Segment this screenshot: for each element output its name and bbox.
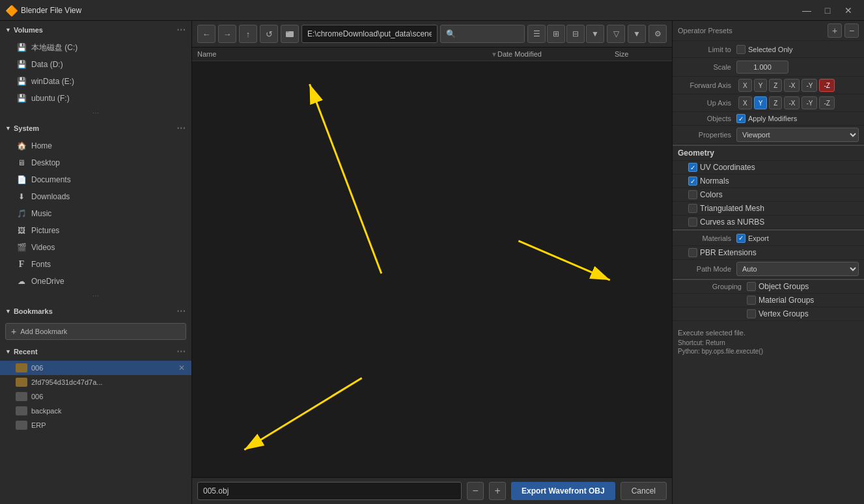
recent-item-label: ERP bbox=[31, 421, 46, 429]
search-bar[interactable]: 🔍 bbox=[440, 25, 525, 43]
new-folder-button[interactable] bbox=[281, 25, 299, 43]
scale-label: Scale bbox=[678, 63, 736, 71]
colors-checkbox[interactable] bbox=[688, 190, 697, 199]
recent-item-erp[interactable]: ERP bbox=[0, 418, 191, 432]
add-bookmark-button[interactable]: + Add Bookmark bbox=[5, 323, 186, 340]
sidebar-item-videos[interactable]: 🎬 Videos bbox=[0, 239, 191, 256]
forward-y-button[interactable]: Y bbox=[754, 79, 768, 92]
filter-dropdown[interactable]: ▼ bbox=[628, 25, 646, 43]
settings-button[interactable]: ⚙ bbox=[648, 25, 667, 43]
system-more[interactable]: ⋯ bbox=[0, 290, 191, 302]
sidebar-item-onedrive[interactable]: ☁ OneDrive bbox=[0, 273, 191, 290]
scale-input[interactable] bbox=[736, 61, 788, 74]
export-button[interactable]: Export Wavefront OBJ bbox=[511, 482, 615, 500]
materials-label: Materials bbox=[678, 234, 736, 242]
pbr-extensions-row: PBR Extensions bbox=[673, 246, 864, 260]
sidebar-item-desktop[interactable]: 🖥 Desktop bbox=[0, 154, 191, 171]
up-x-button[interactable]: X bbox=[738, 96, 752, 109]
close-recent-icon[interactable]: ✕ bbox=[177, 363, 186, 372]
sidebar-item-label: OneDrive bbox=[31, 277, 64, 286]
up-axis-row: Up Axis X Y Z -X -Y -Z bbox=[673, 94, 864, 112]
vertex-groups-checkbox[interactable] bbox=[747, 309, 756, 318]
sidebar-item-e[interactable]: 💾 winData (E:) bbox=[0, 73, 191, 90]
view-dropdown[interactable]: ▼ bbox=[586, 25, 604, 43]
folder-icon bbox=[16, 392, 27, 401]
geometry-section-header: Geometry bbox=[673, 145, 864, 161]
normals-checkbox[interactable]: ✓ bbox=[688, 176, 697, 186]
cancel-button[interactable]: Cancel bbox=[620, 482, 667, 500]
volumes-chevron: ▼ bbox=[5, 27, 11, 33]
material-groups-checkbox[interactable] bbox=[747, 296, 756, 305]
path-mode-dropdown[interactable]: Auto bbox=[736, 262, 859, 276]
recent-item-backpack[interactable]: backpack bbox=[0, 404, 191, 418]
up-neg-x-button[interactable]: -X bbox=[784, 96, 800, 109]
sidebar-item-f[interactable]: 💾 ubuntu (F:) bbox=[0, 90, 191, 107]
forward-neg-x-button[interactable]: -X bbox=[784, 79, 800, 92]
properties-dropdown[interactable]: Viewport bbox=[736, 128, 859, 142]
path-mode-row: Path Mode Auto bbox=[673, 260, 864, 279]
folder-icon bbox=[16, 406, 27, 415]
refresh-button[interactable]: ↺ bbox=[260, 25, 278, 43]
sidebar-item-downloads[interactable]: ⬇ Downloads bbox=[0, 188, 191, 205]
export-checkbox[interactable]: ✓ bbox=[736, 234, 746, 243]
system-section[interactable]: ▼ System ⋯ bbox=[0, 119, 191, 137]
sidebar-item-label: Music bbox=[31, 209, 51, 218]
recent-item-006b[interactable]: 006 bbox=[0, 389, 191, 404]
bookmarks-section[interactable]: ▼ Bookmarks ⋯ bbox=[0, 302, 191, 320]
file-toolbar: ← → ↑ ↺ 🔍 ☰ ⊞ ⊟ ▼ ▽ ▼ ⚙ bbox=[192, 21, 672, 48]
presets-plus-button[interactable]: + bbox=[828, 23, 842, 38]
increment-button[interactable]: + bbox=[489, 482, 506, 500]
forward-button[interactable]: → bbox=[218, 25, 236, 43]
up-neg-z-button[interactable]: -Z bbox=[819, 96, 834, 109]
curves-nurbs-checkbox[interactable] bbox=[688, 217, 697, 227]
object-groups-checkbox[interactable] bbox=[747, 282, 756, 291]
uv-coordinates-checkbox[interactable]: ✓ bbox=[688, 163, 697, 172]
recent-item-label: 006 bbox=[31, 393, 43, 400]
sidebar-item-pictures[interactable]: 🖼 Pictures bbox=[0, 222, 191, 239]
operator-presets-row: Operator Presets + − bbox=[673, 21, 864, 41]
downloads-icon: ⬇ bbox=[16, 191, 27, 203]
limit-to-checkbox[interactable] bbox=[736, 45, 746, 54]
filename-input[interactable] bbox=[197, 482, 462, 500]
sidebar-item-label: Home bbox=[31, 141, 52, 150]
large-grid-button[interactable]: ⊟ bbox=[566, 25, 585, 43]
up-z-button[interactable]: Z bbox=[769, 96, 782, 109]
back-button[interactable]: ← bbox=[197, 25, 216, 43]
sidebar-item-d[interactable]: 💾 Data (D:) bbox=[0, 56, 191, 73]
folder-icon bbox=[16, 378, 27, 387]
grid-view-button[interactable]: ⊞ bbox=[547, 25, 565, 43]
titlebar: 🔶 Blender File View — □ ✕ bbox=[0, 0, 864, 21]
recent-item-hash[interactable]: 2fd7954d31dc47d7a... bbox=[0, 375, 191, 389]
up-neg-y-button[interactable]: -Y bbox=[801, 96, 817, 109]
forward-z-button[interactable]: Z bbox=[769, 79, 782, 92]
list-view-button[interactable]: ☰ bbox=[527, 25, 546, 43]
forward-neg-z-button[interactable]: -Z bbox=[819, 79, 834, 92]
recent-item-006-selected[interactable]: 006 ✕ bbox=[0, 361, 191, 375]
sidebar-item-c[interactable]: 💾 本地磁盘 (C:) bbox=[0, 39, 191, 56]
pbr-checkbox[interactable] bbox=[688, 248, 697, 257]
file-content bbox=[192, 61, 672, 473]
recent-section[interactable]: ▼ Recent ⋯ bbox=[0, 343, 191, 361]
maximize-button[interactable]: □ bbox=[817, 0, 838, 21]
path-input[interactable] bbox=[301, 25, 438, 43]
close-button[interactable]: ✕ bbox=[838, 0, 859, 21]
sidebar-item-music[interactable]: 🎵 Music bbox=[0, 205, 191, 222]
triangulated-mesh-checkbox[interactable] bbox=[688, 204, 697, 213]
pictures-icon: 🖼 bbox=[16, 225, 27, 236]
drive-icon: 💾 bbox=[16, 59, 27, 70]
presets-minus-button[interactable]: − bbox=[844, 23, 859, 38]
minimize-button[interactable]: — bbox=[796, 0, 817, 21]
add-bookmark-label: Add Bookmark bbox=[20, 328, 67, 335]
decrement-button[interactable]: − bbox=[467, 482, 484, 500]
up-y-button[interactable]: Y bbox=[754, 96, 768, 109]
volumes-more[interactable]: ⋯ bbox=[0, 107, 191, 119]
filter-button[interactable]: ▽ bbox=[607, 25, 625, 43]
sidebar-item-fonts[interactable]: F Fonts bbox=[0, 256, 191, 273]
sidebar-item-documents[interactable]: 📄 Documents bbox=[0, 171, 191, 188]
apply-modifiers-checkbox[interactable]: ✓ bbox=[736, 114, 746, 123]
volumes-section[interactable]: ▼ Volumes ⋯ bbox=[0, 21, 191, 39]
forward-neg-y-button[interactable]: -Y bbox=[801, 79, 817, 92]
up-button[interactable]: ↑ bbox=[239, 25, 257, 43]
forward-x-button[interactable]: X bbox=[738, 79, 752, 92]
sidebar-item-home[interactable]: 🏠 Home bbox=[0, 137, 191, 154]
